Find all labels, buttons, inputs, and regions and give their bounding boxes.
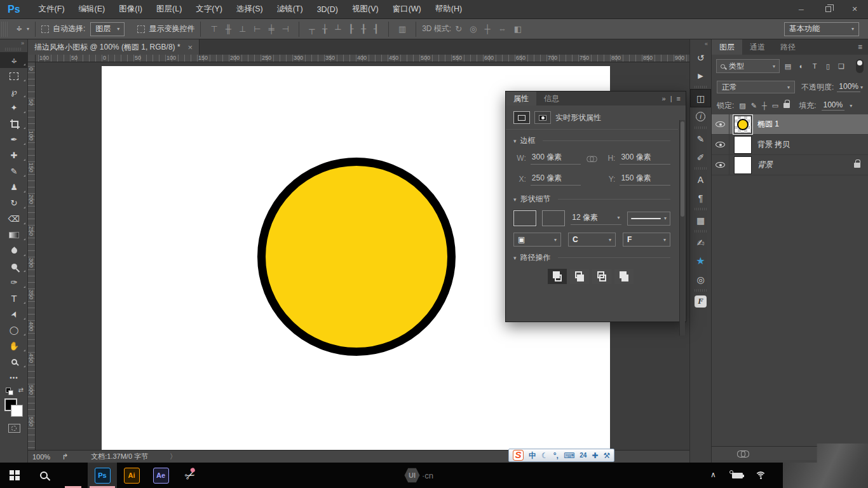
layer-thumbnail[interactable]: [734, 116, 752, 133]
filter-smart-objects-icon[interactable]: ❏: [836, 62, 846, 71]
stroke-cap-dropdown[interactable]: C ▾: [568, 233, 616, 247]
properties-panel-button[interactable]: ◫: [690, 89, 711, 107]
menu-select[interactable]: 选择(S): [229, 4, 270, 15]
menu-view[interactable]: 视图(V): [345, 4, 386, 15]
hand-tool[interactable]: ✋: [0, 338, 28, 354]
align-bottom-icon[interactable]: ⊥: [235, 24, 250, 34]
crop-tool[interactable]: [0, 116, 28, 132]
section-path-operations[interactable]: ▾ 路径操作: [513, 252, 670, 263]
tab-channels[interactable]: 通道: [742, 39, 773, 55]
distribute-hcenter-icon[interactable]: ╂: [357, 24, 370, 34]
taskbar-search-button[interactable]: [29, 463, 58, 488]
paragraph-panel-button[interactable]: ¶: [690, 189, 711, 207]
menu-help[interactable]: 帮助(H): [428, 4, 469, 15]
favorites-panel-button[interactable]: ★: [690, 252, 711, 270]
layer-thumbnail[interactable]: [734, 136, 752, 154]
more-tools-button[interactable]: •••: [0, 370, 28, 386]
panel-menu-icon[interactable]: ≡: [677, 95, 681, 102]
blend-mode-dropdown[interactable]: 正常 ▾: [717, 81, 795, 93]
filter-pixel-layers-icon[interactable]: ▤: [783, 62, 793, 71]
panel-scrollbar[interactable]: [679, 120, 685, 336]
lasso-tool[interactable]: ℘: [0, 84, 28, 100]
lock-pixels-icon[interactable]: ✎: [751, 102, 757, 110]
ellipse-shape-tool[interactable]: ◯: [0, 322, 28, 338]
3d-roll-icon[interactable]: ◎: [466, 24, 480, 34]
align-hcenter-icon[interactable]: ╪: [265, 24, 278, 34]
tab-paths[interactable]: 路径: [773, 39, 803, 55]
move-tool[interactable]: ↔↕: [0, 52, 28, 68]
fill-color-swatch[interactable]: [513, 210, 536, 226]
history-brush-tool[interactable]: ↻: [0, 195, 28, 211]
stroke-width-field[interactable]: 12 像素 ▾: [571, 212, 621, 225]
distribute-bottom-icon[interactable]: ┴: [331, 24, 344, 34]
link-layers-icon[interactable]: [737, 451, 749, 456]
swatches-panel-button[interactable]: ▦: [690, 211, 711, 229]
section-shape-details[interactable]: ▾ 形状细节: [513, 194, 670, 205]
photoshop-taskbar-button[interactable]: Ps: [88, 463, 117, 488]
info-panel-button[interactable]: i: [690, 107, 711, 126]
layer-row-background[interactable]: 背景: [712, 155, 868, 175]
minimize-button[interactable]: ─: [788, 0, 815, 19]
filter-type-layers-icon[interactable]: T: [810, 62, 820, 70]
stroke-style-dropdown[interactable]: ▾: [627, 212, 670, 226]
clone-stamp-tool[interactable]: ♟: [0, 179, 28, 195]
layer-row-ellipse[interactable]: 椭圆 1: [712, 114, 868, 135]
stroke-corner-dropdown[interactable]: F ▾: [623, 233, 670, 247]
eyedropper-tool[interactable]: ✒: [0, 132, 28, 147]
distribute-spacing-icon[interactable]: ▥: [395, 24, 410, 34]
layer-row-background-copy[interactable]: 背景 拷贝: [712, 135, 868, 155]
type-tool[interactable]: T: [0, 290, 28, 306]
swap-colors-icon[interactable]: ⇄: [18, 386, 24, 393]
stroke-color-swatch[interactable]: [542, 210, 565, 226]
ruler-corner[interactable]: [28, 55, 36, 62]
chevron-down-icon[interactable]: ▾: [850, 103, 852, 109]
path-selection-tool[interactable]: ➤: [0, 306, 28, 322]
toolbar-collapse-button[interactable]: »: [0, 39, 27, 48]
lock-transparent-icon[interactable]: ▨: [739, 102, 745, 110]
close-button[interactable]: ✕: [841, 0, 868, 19]
distribute-left-icon[interactable]: ┠: [344, 24, 357, 34]
subtract-shape-button[interactable]: [570, 269, 589, 284]
pen-tool[interactable]: ✑: [0, 274, 28, 290]
height-field[interactable]: 300 像素: [620, 152, 670, 165]
y-field[interactable]: 150 像素: [620, 173, 670, 186]
horizontal-ruler[interactable]: 100 50 0 50 100 150 200 250 300 350 400 …: [36, 55, 689, 62]
dock-collapse-button[interactable]: «: [690, 39, 711, 48]
ime-settings-icon[interactable]: ⚒: [603, 450, 610, 461]
workspace-selector[interactable]: 基本功能 ▾: [784, 22, 859, 36]
ime-punctuation-icon[interactable]: °‚: [553, 450, 559, 461]
show-transform-checkbox[interactable]: [137, 25, 145, 33]
width-field[interactable]: 300 像素: [531, 152, 581, 165]
menu-window[interactable]: 窗口(W): [386, 4, 428, 15]
move-tool-icon[interactable]: ↔↕: [14, 23, 24, 35]
lock-position-icon[interactable]: ┼: [762, 102, 767, 109]
tool-preset-arrow[interactable]: ▾: [27, 26, 29, 32]
tab-properties[interactable]: 属性: [506, 92, 536, 105]
align-top-icon[interactable]: ⊤: [207, 24, 221, 34]
zoom-level-field[interactable]: 100%: [32, 453, 50, 461]
layer-filter-dropdown[interactable]: 类型 ▾: [716, 59, 780, 73]
wifi-icon[interactable]: [755, 471, 766, 480]
auto-select-dropdown[interactable]: 图层 ▾: [90, 22, 125, 36]
battery-icon[interactable]: [732, 473, 743, 478]
illustrator-taskbar-button[interactable]: Ai: [117, 463, 146, 488]
lock-all-icon[interactable]: [783, 103, 790, 108]
menu-edit[interactable]: 编辑(E): [72, 4, 112, 15]
ime-login-icon[interactable]: 24: [580, 450, 587, 461]
distribute-top-icon[interactable]: ┬: [305, 24, 318, 34]
typekit-panel-button[interactable]: F: [690, 292, 711, 311]
3d-scale-icon[interactable]: ◧: [510, 24, 526, 34]
sogou-logo-icon[interactable]: S: [513, 450, 524, 461]
stroke-align-dropdown[interactable]: ▣ ▾: [513, 233, 561, 247]
gradient-tool[interactable]: [0, 227, 28, 243]
zoom-tool[interactable]: [0, 354, 28, 370]
section-bounds[interactable]: ▾ 边框: [513, 135, 670, 146]
tab-layers[interactable]: 图层: [712, 39, 742, 55]
layer-name[interactable]: 背景: [757, 159, 773, 170]
character-panel-button[interactable]: A: [690, 170, 711, 189]
chevron-down-icon[interactable]: ▾: [860, 85, 863, 90]
document-tab[interactable]: 描边风格小图标 @ 100% (椭圆 1, RGB/8) * ×: [28, 39, 200, 55]
intersect-shapes-button[interactable]: [592, 269, 611, 284]
actions-panel-button[interactable]: ▶: [690, 67, 711, 85]
auto-select-checkbox[interactable]: [41, 25, 49, 33]
